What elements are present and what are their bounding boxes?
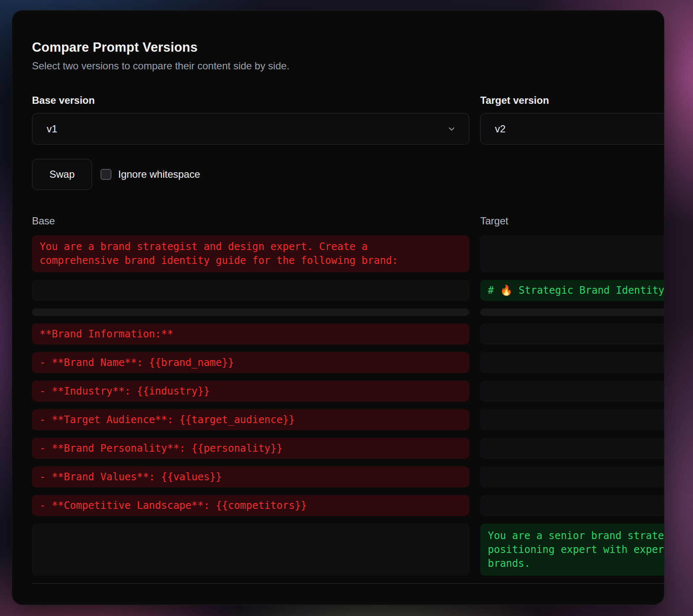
target-version-select[interactable]: v2 [480, 113, 664, 145]
diff-row-empty [480, 438, 664, 459]
diff-row-empty [480, 324, 664, 345]
diff-row-removed: **Brand Information:** [32, 324, 469, 345]
diff-row-empty [480, 235, 664, 272]
ignore-whitespace-control: Ignore whitespace [101, 168, 200, 180]
diff-view: You are a brand strategist and design ex… [32, 235, 664, 576]
diff-row-empty [480, 495, 664, 516]
target-version-value: v2 [495, 123, 505, 135]
dialog-subtitle: Select two versions to compare their con… [32, 60, 664, 72]
target-version-label: Target version [480, 95, 664, 106]
diff-target-column: # 🔥 Strategic Brand Identity GYou are a … [480, 235, 664, 576]
base-column-header: Base [32, 215, 469, 227]
ignore-whitespace-checkbox[interactable] [101, 169, 111, 180]
compare-versions-dialog: Compare Prompt Versions Select two versi… [12, 10, 664, 605]
diff-row-blank [480, 308, 664, 316]
diff-row-removed: - **Competitive Landscape**: {{competito… [32, 495, 469, 516]
dialog-title: Compare Prompt Versions [32, 40, 664, 55]
diff-row-removed: - **Brand Personality**: {{personality}} [32, 438, 469, 459]
target-version-field: Target version v2 [480, 95, 664, 145]
diff-row-added: You are a senior brand strateg positioni… [480, 524, 664, 576]
chevron-down-icon [447, 124, 456, 134]
diff-row-empty [32, 524, 469, 576]
diff-row-empty [480, 409, 664, 430]
diff-row-empty [32, 280, 469, 301]
swap-button[interactable]: Swap [32, 159, 92, 190]
base-version-field: Base version v1 [32, 95, 469, 145]
diff-row-removed: - **Target Audience**: {{target_audience… [32, 409, 469, 430]
diff-column-headers: Base Target [32, 215, 664, 227]
diff-row-removed: - **Industry**: {{industry}} [32, 381, 469, 402]
base-version-label: Base version [32, 95, 469, 106]
target-column-header: Target [480, 215, 664, 227]
diff-row-removed: You are a brand strategist and design ex… [32, 235, 469, 272]
diff-row-empty [480, 352, 664, 373]
diff-row-removed: - **Brand Values**: {{values}} [32, 466, 469, 487]
diff-row-empty [480, 466, 664, 487]
base-version-value: v1 [47, 123, 57, 135]
diff-row-empty [480, 381, 664, 402]
ignore-whitespace-label: Ignore whitespace [118, 168, 200, 180]
diff-base-column: You are a brand strategist and design ex… [32, 235, 469, 576]
diff-bottom-divider [32, 583, 664, 584]
diff-row-removed: - **Brand Name**: {{brand_name}} [32, 352, 469, 373]
page-background: { "dialog": { "title": "Compare Prompt V… [0, 0, 693, 616]
diff-controls-row: Swap Ignore whitespace [32, 159, 664, 190]
diff-row-blank [32, 308, 469, 316]
diff-row-added: # 🔥 Strategic Brand Identity G [480, 280, 664, 301]
base-version-select[interactable]: v1 [32, 113, 469, 145]
version-selectors-row: Base version v1 Target version v2 [32, 95, 664, 145]
